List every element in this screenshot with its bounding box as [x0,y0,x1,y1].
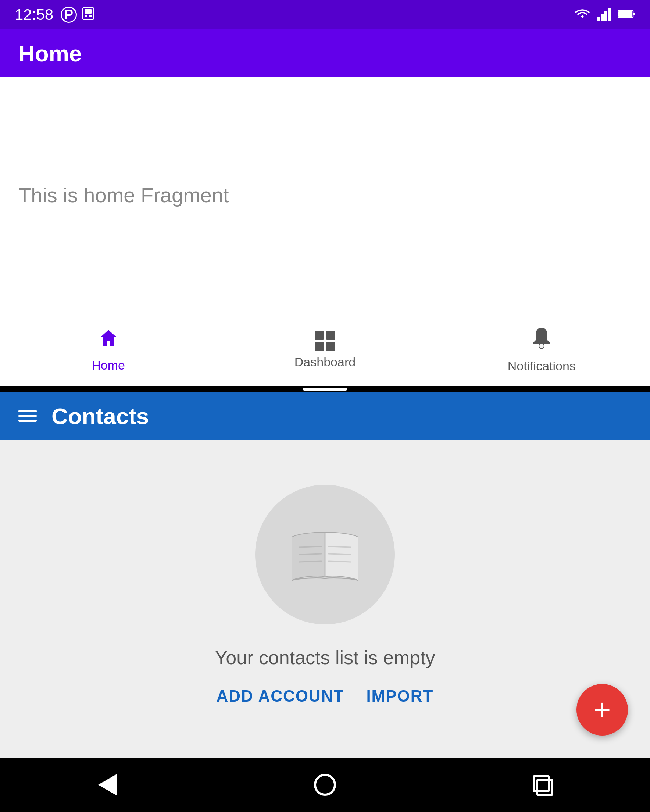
tab-notifications[interactable]: Notifications [433,313,650,386]
status-icons-right [574,7,635,23]
svg-rect-1 [85,9,92,14]
home-circle-icon [314,774,336,796]
wifi-icon [574,8,590,22]
tab-home[interactable]: Home [0,313,217,386]
book-svg [281,518,369,591]
tab-home-label: Home [92,358,125,372]
svg-line-20 [329,554,351,554]
home-content: This is home Fragment [0,77,650,313]
svg-rect-5 [601,14,604,21]
svg-rect-10 [633,12,635,15]
svg-line-21 [329,561,351,562]
nav-indicator-pill [303,388,347,391]
home-fragment-text: This is home Fragment [18,183,229,207]
home-icon [98,327,119,354]
signal-icon [597,7,611,23]
p-icon: P [61,7,77,23]
grid-cell-4 [326,342,335,351]
hamburger-icon[interactable] [18,404,37,428]
contacts-app-bar-title: Contacts [52,403,149,429]
add-account-button[interactable]: ADD ACCOUNT [216,687,344,705]
tab-notifications-label: Notifications [508,359,576,373]
bottom-nav: Home Dashboard Notifications [0,313,650,386]
import-button[interactable]: IMPORT [366,687,433,705]
contacts-content: Your contacts list is empty ADD ACCOUNT … [0,440,650,757]
svg-line-16 [299,546,321,547]
app-bar-home: Home [0,29,650,77]
add-contact-fab[interactable]: + [577,684,628,736]
svg-rect-2 [85,15,87,17]
svg-rect-14 [18,415,37,417]
dashboard-icon [315,331,335,351]
status-time: 12:58 [15,6,53,23]
svg-rect-15 [18,420,37,422]
recents-button[interactable] [533,775,552,794]
status-bar: 12:58 P [0,0,650,29]
contacts-empty-illustration [255,485,395,624]
svg-line-18 [299,561,321,562]
nav-indicator-bar [0,386,650,392]
grid-cell-2 [326,331,335,340]
battery-icon [618,9,635,20]
svg-rect-13 [18,410,37,412]
sim-icon [82,6,95,23]
svg-rect-3 [89,15,92,17]
app-bar-contacts: Contacts [0,392,650,440]
contacts-actions: ADD ACCOUNT IMPORT [216,687,433,705]
home-app-bar-title: Home [18,40,82,67]
system-nav-bar [0,757,650,812]
svg-point-12 [539,344,544,348]
back-button[interactable] [98,774,117,796]
svg-line-19 [329,546,351,547]
svg-rect-7 [608,8,611,21]
svg-rect-9 [618,11,632,17]
status-bar-left: 12:58 P [15,6,95,23]
svg-line-17 [299,554,321,554]
contacts-empty-text: Your contacts list is empty [215,647,435,669]
grid-cell-3 [315,342,324,351]
sys-home-button[interactable] [314,774,336,796]
status-icons-left: P [61,6,95,23]
svg-rect-4 [597,17,600,21]
notifications-icon [531,326,552,355]
svg-rect-6 [604,11,607,21]
recents-icon [533,775,552,794]
fab-plus-icon: + [594,695,611,725]
tab-dashboard-label: Dashboard [294,355,356,369]
tab-dashboard[interactable]: Dashboard [217,313,433,386]
back-icon [98,774,117,796]
grid-cell-1 [315,331,324,340]
